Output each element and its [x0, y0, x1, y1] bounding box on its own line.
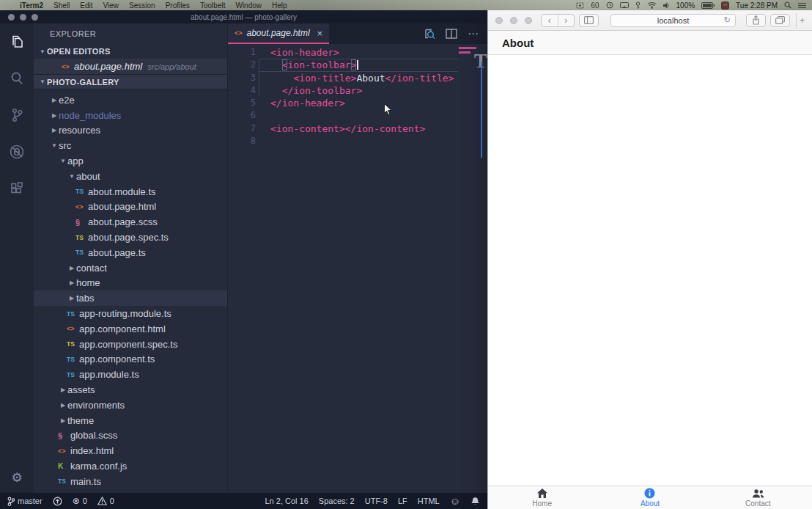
tree-item-about.page.html[interactable]: <>about.page.html	[34, 199, 227, 215]
eol-indicator[interactable]: LF	[398, 497, 407, 505]
new-tab-button[interactable]: +	[796, 13, 808, 28]
code-line-4: 4 </ion-toolbar>	[228, 84, 487, 97]
line-number: 4	[228, 84, 256, 97]
tree-item-home[interactable]: ▶home	[34, 276, 227, 291]
tree-item-theme[interactable]: ▶theme	[34, 413, 227, 428]
volume-icon[interactable]	[663, 2, 670, 9]
forward-button[interactable]: ›	[558, 15, 575, 26]
code-editor[interactable]: 1<ion-header>2 <ion-toolbar>3 <ion-title…	[228, 44, 487, 493]
more-actions-icon[interactable]: ⋯	[468, 27, 479, 40]
tree-item-app.module.ts[interactable]: TSapp.module.ts	[34, 367, 227, 382]
tree-item-tabs[interactable]: ▶tabs	[34, 290, 227, 306]
tab-overview-button[interactable]	[770, 14, 790, 27]
menu-window[interactable]: Window	[230, 1, 267, 10]
search-icon[interactable]	[7, 69, 26, 88]
spotlight-search-icon[interactable]	[784, 1, 791, 9]
tab-about-page-html[interactable]: <> about.page.html ×	[228, 23, 329, 44]
share-button[interactable]	[746, 14, 766, 27]
git-branch-indicator[interactable]: master	[7, 497, 43, 506]
tree-item-resources[interactable]: ▶resources	[34, 123, 227, 139]
tree-item-about.module.ts[interactable]: TSabout.module.ts	[34, 184, 227, 199]
sixty-indicator[interactable]: 60	[591, 1, 599, 10]
indentation-indicator[interactable]: Spaces: 2	[319, 497, 355, 505]
tree-item-e2e[interactable]: ▶e2e	[34, 92, 227, 108]
menu-iterm2[interactable]: iTerm2	[15, 1, 48, 10]
tree-item-environments[interactable]: ▶environments	[34, 398, 227, 413]
debug-icon[interactable]	[7, 142, 26, 161]
cursor-position-indicator[interactable]: Ln 2, Col 16	[265, 497, 308, 505]
code-token: </ion-toolbar>	[282, 85, 363, 96]
tree-item-about.page.scss[interactable]: §about.page.scss	[34, 214, 227, 230]
extensions-icon[interactable]	[7, 179, 26, 198]
menu-profiles[interactable]: Profiles	[160, 1, 195, 10]
reload-icon[interactable]: ↻	[724, 15, 731, 25]
feedback-smiley-icon[interactable]: ☺	[450, 495, 460, 507]
errors-indicator[interactable]: ⊗ 0	[73, 496, 87, 506]
tree-item-assets[interactable]: ▶assets	[34, 382, 227, 398]
menu-session[interactable]: Session	[124, 1, 160, 10]
tree-item-app-routing.module.ts[interactable]: TSapp-routing.module.ts	[34, 306, 227, 321]
tree-item-app.component.spec.ts[interactable]: TSapp.component.spec.ts	[34, 337, 227, 352]
settings-gear-icon[interactable]: ⚙	[0, 470, 34, 486]
menu-toolbelt[interactable]: Toolbelt	[195, 1, 230, 10]
home-icon	[536, 488, 548, 499]
display-mirroring-icon[interactable]	[620, 2, 629, 9]
page-content	[488, 55, 812, 486]
input-source-flag-icon[interactable]	[721, 1, 729, 10]
zoom-window-button[interactable]	[525, 17, 532, 24]
back-button[interactable]: ‹	[542, 15, 558, 26]
sidebar-button[interactable]	[579, 14, 599, 27]
menu-help[interactable]: Help	[267, 1, 292, 10]
project-header[interactable]: ▼ PHOTO-GALLERY	[34, 74, 227, 89]
tab-contact[interactable]: Contact	[704, 486, 812, 509]
source-control-icon[interactable]	[7, 106, 26, 125]
clock-icon[interactable]	[606, 1, 613, 9]
tree-item-label: app.component.spec.ts	[79, 339, 177, 350]
files-icon[interactable]	[7, 32, 26, 51]
menu-clock[interactable]: Tue 2:28 PM	[736, 1, 778, 10]
chevron-down-icon: ▼	[50, 142, 59, 149]
minimap[interactable]	[459, 47, 476, 49]
split-editor-icon[interactable]	[446, 29, 457, 39]
tree-item-label: about.page.html	[88, 201, 156, 212]
tree-item-src[interactable]: ▼src	[34, 138, 227, 153]
warnings-indicator[interactable]: 0	[97, 497, 114, 505]
tree-item-app.component.ts[interactable]: TSapp.component.ts	[34, 352, 227, 367]
tree-item-app.component.html[interactable]: <>app.component.html	[34, 321, 227, 337]
tree-item-node_modules[interactable]: ▶node_modules	[34, 108, 227, 123]
address-bar[interactable]: localhost ↻	[610, 14, 736, 27]
vscode-titlebar[interactable]: about.page.html — photo-gallery	[0, 10, 487, 23]
tab-about[interactable]: About	[596, 486, 704, 509]
tree-item-app[interactable]: ▼app	[34, 153, 227, 169]
tree-item-about.page.ts[interactable]: TSabout.page.ts	[34, 245, 227, 260]
tab-home[interactable]: Home	[488, 486, 596, 509]
wifi-icon[interactable]	[647, 1, 657, 9]
close-window-button[interactable]	[495, 17, 503, 24]
sync-icon[interactable]	[53, 497, 62, 506]
open-editor-item[interactable]: <> about.page.html src/app/about	[34, 59, 227, 74]
menu-edit[interactable]: Edit	[75, 1, 97, 10]
menu-shell[interactable]: Shell	[48, 1, 75, 10]
key-icon[interactable]	[635, 1, 641, 10]
minimap[interactable]	[459, 51, 470, 54]
ts-spec-file-icon: TS	[67, 340, 79, 348]
menu-view[interactable]: View	[98, 1, 125, 10]
screenshot-icon[interactable]	[576, 2, 584, 9]
open-editors-header[interactable]: ▼ OPEN EDITORS	[34, 44, 227, 59]
language-mode-indicator[interactable]: HTML	[418, 497, 440, 505]
tree-item-contact[interactable]: ▶contact	[34, 260, 227, 276]
minimize-window-button[interactable]	[510, 17, 517, 24]
file-tree: ▶e2e▶node_modules▶resources▼src▼app▼abou…	[34, 89, 227, 489]
close-tab-icon[interactable]: ×	[317, 28, 323, 39]
encoding-indicator[interactable]: UTF-8	[365, 497, 388, 505]
tree-item-karma.conf.js[interactable]: Kkarma.conf.js	[34, 458, 227, 474]
tree-item-main.ts[interactable]: TSmain.ts	[34, 474, 227, 489]
tree-item-index.html[interactable]: <>index.html	[34, 443, 227, 458]
notification-center-icon[interactable]	[798, 2, 806, 9]
tree-item-global.scss[interactable]: §global.scss	[34, 428, 227, 444]
tree-item-about[interactable]: ▼about	[34, 169, 227, 184]
notifications-bell-icon[interactable]	[470, 497, 480, 506]
open-changes-icon[interactable]	[424, 28, 435, 40]
battery-icon[interactable]	[701, 2, 715, 9]
tree-item-about.page.spec.ts[interactable]: TSabout.page.spec.ts	[34, 230, 227, 245]
